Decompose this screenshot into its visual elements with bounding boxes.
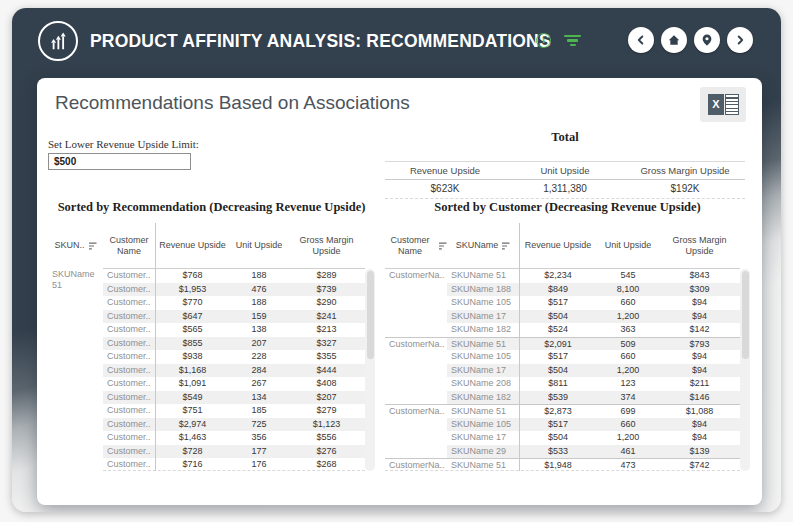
column-header-revenue-upside[interactable]: Revenue Upside [519,223,597,268]
customer-name-cell[interactable] [385,310,447,324]
revenue-limit-input[interactable] [48,153,191,170]
revenue-upside-cell[interactable]: $504 [519,431,597,445]
unit-upside-cell[interactable]: 159 [230,310,288,324]
column-header-revenue-upside[interactable]: Revenue Upside [155,223,230,268]
unit-upside-cell[interactable]: 176 [230,458,288,472]
revenue-upside-cell[interactable]: $1,091 [155,377,230,391]
skuname-cell[interactable]: SKUName 208 [447,377,519,391]
unit-upside-cell[interactable]: 123 [597,377,659,391]
unit-upside-cell[interactable]: 207 [230,337,288,351]
unit-upside-cell[interactable]: 476 [230,283,288,297]
skuname-cell[interactable]: SKUName 51 [447,269,519,283]
revenue-upside-cell[interactable]: $768 [155,269,230,283]
nav-forward-button[interactable] [727,27,753,53]
scrollbar-thumb[interactable] [367,271,374,359]
revenue-upside-cell[interactable]: $504 [519,310,597,324]
table-row[interactable]: SKUName 29$533461$139 [385,445,740,459]
table-row[interactable]: Customer..$768188$289 [103,269,365,283]
customer-name-cell[interactable]: Customer.. [103,296,155,310]
skuname-cell[interactable]: SKUName 51 [447,405,519,418]
column-header-skuname[interactable]: SKUName [447,223,519,268]
gross-margin-cell[interactable]: $279 [288,404,365,418]
customer-name-cell[interactable]: Customer.. [103,310,155,324]
revenue-upside-cell[interactable]: $565 [155,323,230,337]
gross-margin-cell[interactable]: $289 [288,269,365,283]
table-row[interactable]: SKUName 105$517660$94 [385,296,740,310]
unit-upside-cell[interactable]: 509 [597,338,659,351]
export-to-excel-button[interactable]: X [700,87,746,122]
revenue-upside-cell[interactable]: $647 [155,310,230,324]
skuname-cell[interactable]: SKUName 105 [447,296,519,310]
unit-upside-cell[interactable]: 177 [230,445,288,459]
unit-upside-cell[interactable]: 374 [597,391,659,405]
table-row[interactable]: SKUName 105$517660$94 [385,418,740,432]
gross-margin-cell[interactable]: $94 [659,431,740,445]
revenue-upside-cell[interactable]: $855 [155,337,230,351]
table-row[interactable]: SKUName 182$539374$146 [385,391,740,405]
skuname-cell[interactable]: SKUName 105 [447,350,519,364]
left-table-scrollbar[interactable] [365,269,375,471]
nav-home-button[interactable] [661,27,687,53]
customer-name-cell[interactable]: CustomerNa.. [385,405,447,418]
scrollbar-thumb[interactable] [742,271,749,359]
customer-name-cell[interactable]: CustomerNa.. [385,269,447,283]
table-row[interactable]: Customer..$1,168284$444 [103,364,365,378]
gross-margin-cell[interactable]: $241 [288,310,365,324]
revenue-upside-cell[interactable]: $524 [519,323,597,337]
revenue-upside-cell[interactable]: $533 [519,445,597,459]
skuname-cell[interactable]: SKUName 17 [447,364,519,378]
right-table-scrollbar[interactable] [740,269,750,471]
revenue-upside-cell[interactable]: $728 [155,445,230,459]
gross-margin-cell[interactable]: $843 [659,269,740,283]
revenue-upside-cell[interactable]: $517 [519,418,597,432]
gross-margin-cell[interactable]: $94 [659,310,740,324]
customer-name-cell[interactable]: Customer.. [103,350,155,364]
gross-margin-cell[interactable]: $139 [659,445,740,459]
gross-margin-cell[interactable]: $1,123 [288,418,365,432]
table-row[interactable]: Customer..$938228$355 [103,350,365,364]
skuname-cell[interactable]: SKUName 105 [447,418,519,432]
gross-margin-cell[interactable]: $146 [659,391,740,405]
gross-margin-cell[interactable]: $408 [288,377,365,391]
skuname-cell[interactable]: SKUName 51 [447,459,519,472]
table-row[interactable]: CustomerNa..SKUName 51$2,091509$793 [385,337,740,351]
unit-upside-cell[interactable]: 473 [597,459,659,472]
unit-upside-cell[interactable]: 725 [230,418,288,432]
revenue-upside-cell[interactable]: $517 [519,350,597,364]
revenue-upside-cell[interactable]: $517 [519,296,597,310]
customer-name-cell[interactable] [385,431,447,445]
gross-margin-cell[interactable]: $276 [288,445,365,459]
table-row[interactable]: SKUName 182$524363$142 [385,323,740,337]
revenue-upside-cell[interactable]: $2,091 [519,338,597,351]
skuname-cell[interactable]: SKUName 29 [447,445,519,459]
revenue-upside-cell[interactable]: $1,948 [519,459,597,472]
skuname-cell[interactable]: SKUName 182 [447,323,519,337]
customer-name-cell[interactable]: CustomerNa.. [385,459,447,472]
revenue-upside-cell[interactable]: $539 [519,391,597,405]
table-row[interactable]: SKUName 105$517660$94 [385,350,740,364]
table-row[interactable]: Customer..$1,463356$556 [103,431,365,445]
unit-upside-cell[interactable]: 188 [230,296,288,310]
table-row[interactable]: SKUName 188$8498,100$309 [385,283,740,297]
skuname-cell[interactable]: SKUName 182 [447,391,519,405]
table-row[interactable]: Customer..$716176$268 [103,458,365,472]
gross-margin-cell[interactable]: $94 [659,350,740,364]
gross-margin-cell[interactable]: $207 [288,391,365,405]
filter-icon[interactable] [564,35,581,47]
revenue-upside-cell[interactable]: $770 [155,296,230,310]
nav-back-button[interactable] [628,27,654,53]
unit-upside-cell[interactable]: 356 [230,431,288,445]
customer-name-cell[interactable]: Customer.. [103,391,155,405]
gross-margin-cell[interactable]: $1,088 [659,405,740,418]
unit-upside-cell[interactable]: 228 [230,350,288,364]
revenue-upside-cell[interactable]: $849 [519,283,597,297]
customer-name-cell[interactable]: Customer.. [103,458,155,472]
gross-margin-cell[interactable]: $290 [288,296,365,310]
customer-name-cell[interactable]: Customer.. [103,431,155,445]
unit-upside-cell[interactable]: 699 [597,405,659,418]
customer-name-cell[interactable]: Customer.. [103,269,155,283]
gross-margin-cell[interactable]: $211 [659,377,740,391]
table-row[interactable]: Customer..$2,974725$1,123 [103,418,365,432]
unit-upside-cell[interactable]: 188 [230,269,288,283]
table-row[interactable]: CustomerNa..SKUName 51$2,873699$1,088 [385,404,740,418]
